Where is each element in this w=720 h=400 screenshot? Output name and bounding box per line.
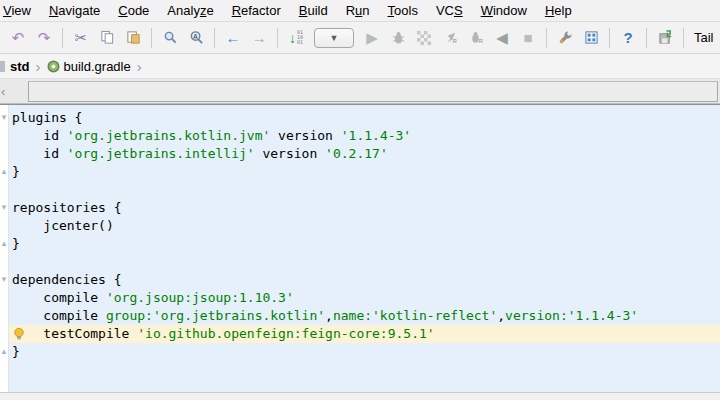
string-token: 'kotlin-reflect' [372, 308, 497, 323]
intention-bulb-icon[interactable] [12, 327, 26, 341]
breadcrumb-file[interactable]: build.gradle [45, 59, 133, 74]
breadcrumb-module[interactable]: std [8, 59, 32, 74]
replace-icon[interactable]: A [184, 26, 208, 50]
string-token: '0.2.17' [325, 146, 388, 161]
map-key-token: name: [333, 308, 372, 323]
profile-icon[interactable]: R [438, 26, 462, 50]
code-line: } [9, 235, 720, 253]
toolbar-separator [62, 28, 63, 48]
help-icon[interactable]: ? [616, 26, 640, 50]
code-token: id [12, 128, 67, 143]
bottom-strip [0, 392, 720, 400]
run-icon[interactable]: ▶ [360, 26, 384, 50]
caret-line: testCompile 'io.github.openfeign:feign-c… [9, 325, 720, 343]
gradle-file-icon [47, 60, 60, 73]
menu-item-run[interactable]: Run [337, 1, 379, 21]
code-editor[interactable]: ▾▴▾▴▾▴ plugins { id 'org.jetbrains.kotli… [0, 104, 720, 392]
svg-text:R: R [452, 38, 456, 44]
toolbar-separator [546, 28, 547, 48]
string-token: 'io.github.openfeign:feign-core:9.5.1' [137, 326, 434, 341]
code-token: dependencies { [12, 272, 122, 287]
svg-text:R: R [478, 38, 482, 44]
empty-panel [28, 81, 718, 102]
gutter-row [0, 217, 8, 235]
fold-marker-icon[interactable]: ▴ [0, 235, 8, 253]
menu-item-tools[interactable]: Tools [379, 1, 427, 21]
fold-marker-icon[interactable]: ▴ [0, 163, 8, 181]
settings-icon[interactable] [553, 26, 577, 50]
ide-window: ViewNavigateCodeAnalyzeRefactorBuildRunT… [0, 0, 720, 400]
run-with-coverage-icon[interactable] [412, 26, 436, 50]
menu-item-vcs[interactable]: VCS [427, 1, 472, 21]
string-token: '1.1.4-3' [568, 308, 638, 323]
menu-item-analyze[interactable]: Analyze [158, 1, 222, 21]
menu-item-build[interactable]: Build [290, 1, 337, 21]
toolbar-separator [214, 28, 215, 48]
scroll-left-icon[interactable]: ‹ [0, 84, 28, 99]
editor-gutter[interactable]: ▾▴▾▴▾▴ [0, 105, 9, 392]
menu-item-navigate[interactable]: Navigate [40, 1, 109, 21]
code-line: jcenter() [9, 217, 720, 235]
menu-item-code[interactable]: Code [109, 1, 158, 21]
menu-item-refactor[interactable]: Refactor [223, 1, 290, 21]
code-token: } [12, 344, 20, 359]
svg-text:A: A [193, 33, 198, 40]
toolbar-separator [151, 28, 152, 48]
code-line: id 'org.jetbrains.kotlin.jvm' version '1… [9, 127, 720, 145]
code-token: plugins { [12, 110, 82, 125]
breadcrumb-module-label: std [10, 59, 30, 74]
menu-item-window[interactable]: Window [472, 1, 536, 21]
code-line: compile group:'org.jetbrains.kotlin',nam… [9, 307, 720, 325]
redo-icon[interactable]: ↷ [32, 26, 56, 50]
find-icon[interactable] [158, 26, 182, 50]
map-key-token: version: [505, 308, 568, 323]
paste-icon[interactable] [121, 26, 145, 50]
fold-marker-icon[interactable]: ▾ [0, 199, 8, 217]
code-token: } [12, 164, 20, 179]
gutter-row [0, 289, 8, 307]
project-structure-icon[interactable] [579, 26, 603, 50]
tab-strip-panel: ‹ [0, 79, 720, 104]
gutter-row [0, 181, 8, 199]
code-token: jcenter() [12, 218, 114, 233]
gutter-row [0, 307, 8, 325]
map-key-token: group: [106, 308, 153, 323]
chevron-right-icon: › [32, 58, 45, 75]
stop-icon[interactable]: ■ [516, 26, 540, 50]
update-project-icon[interactable]: ↓011001 [284, 26, 308, 50]
debug-icon[interactable] [386, 26, 410, 50]
string-token: 'org.jetbrains.kotlin.jvm' [67, 128, 271, 143]
code-token: version [255, 146, 325, 161]
fold-marker-icon[interactable]: ▴ [0, 343, 8, 361]
cut-icon[interactable]: ✂ [69, 26, 93, 50]
run-configurations-dropdown[interactable]: ▼ [314, 28, 354, 48]
rerun-icon[interactable]: ◀ [490, 26, 514, 50]
string-token: '1.1.4-3' [341, 128, 411, 143]
code-area[interactable]: plugins { id 'org.jetbrains.kotlin.jvm' … [9, 105, 720, 392]
tail-label: Tail [690, 30, 718, 45]
fold-marker-icon[interactable]: ▾ [0, 271, 8, 289]
forward-icon[interactable]: → [247, 26, 271, 50]
menu-item-help[interactable]: Help [536, 1, 581, 21]
fold-marker-icon[interactable]: ▾ [0, 109, 8, 127]
back-icon[interactable]: ← [221, 26, 245, 50]
code-token: , [325, 308, 333, 323]
chevron-right-icon: › [133, 58, 146, 75]
copy-icon[interactable] [95, 26, 119, 50]
attach-profiler-icon[interactable]: R [464, 26, 488, 50]
code-line [9, 181, 720, 199]
gutter-row [0, 325, 8, 343]
menu-item-view[interactable]: View [0, 1, 40, 21]
code-token: repositories { [12, 200, 122, 215]
breadcrumb-file-label: build.gradle [64, 59, 131, 74]
code-token: compile [12, 290, 106, 305]
code-line: repositories { [9, 199, 720, 217]
code-line: id 'org.jetbrains.intellij' version '0.2… [9, 145, 720, 163]
undo-icon[interactable]: ↶ [6, 26, 30, 50]
string-token: 'org.jetbrains.kotlin' [153, 308, 325, 323]
save-tail-icon[interactable] [653, 26, 677, 50]
code-token: testCompile [12, 326, 137, 341]
gutter-row [0, 145, 8, 163]
gutter-row [0, 127, 8, 145]
clipped-project-icon [0, 61, 5, 72]
